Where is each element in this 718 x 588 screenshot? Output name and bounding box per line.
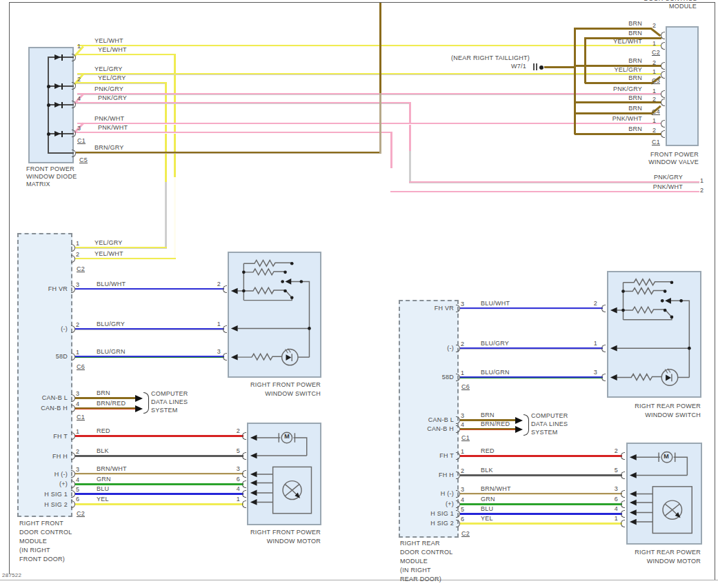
wire-blugry-r bbox=[460, 347, 603, 349]
wire-yelwht-mod bbox=[75, 258, 176, 260]
module-pin-label: H (-) bbox=[411, 490, 454, 498]
pin-number: 1 bbox=[76, 349, 79, 356]
pin-arc bbox=[72, 101, 76, 108]
pin-number: 2 bbox=[608, 447, 618, 455]
pin-arc bbox=[456, 520, 460, 527]
wire-color-label: YEL/GRY bbox=[98, 74, 126, 82]
wire-color-label: PNK/WHT bbox=[98, 124, 128, 132]
pin-arc bbox=[223, 285, 227, 293]
pin-number: 1 bbox=[700, 177, 704, 185]
pin-number: 6 bbox=[461, 516, 464, 523]
pin-arc bbox=[661, 120, 665, 128]
wire-yel-f bbox=[75, 503, 243, 505]
front-motor-name: RIGHT FRONT POWER WINDOW MOTOR bbox=[247, 528, 321, 546]
wiring-diagram: 287522 bbox=[0, 0, 718, 588]
pin-arc bbox=[242, 452, 246, 460]
diode-icon bbox=[54, 83, 61, 89]
can-brace-icon bbox=[143, 392, 149, 414]
name-line: RIGHT FRONT POWER bbox=[247, 381, 321, 389]
pin-arc bbox=[621, 452, 625, 460]
module-pin-label: CAN-B L bbox=[26, 394, 68, 402]
pin-number: 2 bbox=[77, 76, 81, 83]
wire-color-label: YEL/WHT bbox=[94, 37, 123, 45]
wire-color-label: BRN/GRY bbox=[94, 144, 124, 152]
wire-color-label: BRN bbox=[591, 125, 642, 133]
wire-brnred-can-f bbox=[75, 407, 136, 409]
wire-color-label: PNK/WHT bbox=[591, 115, 642, 123]
diode-matrix-name: FRONT POWER WINDOW DIODE MATRIX bbox=[26, 165, 77, 188]
pin-arc bbox=[71, 480, 75, 488]
module-pin-label: H SIG 1 bbox=[26, 491, 68, 498]
module-pin-label: CAN-B H bbox=[26, 405, 68, 412]
name-line: WINDOW MOTOR bbox=[628, 557, 701, 566]
pin-number: 1 bbox=[652, 40, 656, 48]
pin-number: 1 bbox=[461, 369, 464, 377]
ground-dot-icon bbox=[539, 65, 544, 70]
module-pin-label: H SIG 2 bbox=[26, 501, 68, 509]
diode-row bbox=[48, 57, 74, 58]
module-pin-label: 58D bbox=[411, 374, 454, 381]
front-switch-name: RIGHT FRONT POWER WINDOW SWITCH bbox=[247, 381, 321, 398]
pin-arc bbox=[71, 405, 75, 412]
wire-color-label: YEL bbox=[97, 496, 109, 503]
wire-color-label: GRN bbox=[481, 496, 495, 503]
pin-number: 1 bbox=[652, 88, 656, 95]
wire-brn-can-f bbox=[75, 397, 136, 399]
can-system-label: COMPUTER bbox=[151, 390, 188, 398]
can-arrow-icon bbox=[135, 405, 143, 412]
pin-number: 2 bbox=[461, 341, 464, 348]
wire-brngry-h bbox=[76, 152, 381, 154]
name-line: (IN RIGHT bbox=[19, 546, 72, 555]
wire-yelwht-vert bbox=[174, 54, 176, 260]
pin-arc bbox=[621, 510, 625, 518]
rear-motor-name: RIGHT REAR POWER WINDOW MOTOR bbox=[628, 548, 701, 566]
name-line: WINDOW MOTOR bbox=[247, 537, 321, 546]
wire-color-label: BLU/GRY bbox=[97, 321, 125, 328]
pin-number: 2 bbox=[652, 96, 656, 103]
pin-arc bbox=[223, 353, 227, 361]
pin-number: 2 bbox=[76, 448, 79, 456]
pin-number: 1 bbox=[588, 340, 597, 347]
wire-yelgry-lower bbox=[76, 82, 167, 84]
wire-pnkgry-lower bbox=[76, 102, 411, 104]
valve-name: FRONT POWER WINDOW VALVE bbox=[640, 151, 699, 166]
pin-number: 3 bbox=[461, 301, 464, 308]
pin-number: 2 bbox=[652, 127, 656, 134]
diode-row bbox=[48, 104, 74, 105]
pin-number: 1 bbox=[77, 43, 81, 50]
wire-pnkgry-vert bbox=[409, 102, 411, 183]
pin-arc bbox=[621, 520, 625, 527]
name-line: WINDOW VALVE bbox=[640, 159, 699, 166]
module-pin-label: FH VR bbox=[26, 285, 68, 293]
connector-label: C2 bbox=[652, 49, 660, 57]
diode-bar-icon bbox=[61, 54, 63, 61]
wire-brngry-vert bbox=[379, 3, 381, 154]
pin-arc bbox=[71, 255, 75, 263]
wire-color-label: YEL/WHT bbox=[98, 46, 127, 54]
module-pin-label: CAN-B H bbox=[411, 425, 454, 433]
module-pin-label: FH VR bbox=[411, 305, 454, 312]
pin-arc bbox=[72, 54, 76, 61]
pin-number: 5 bbox=[461, 506, 464, 514]
pin-arc bbox=[72, 130, 76, 137]
wire-blugrn-f bbox=[75, 356, 224, 358]
pin-number: 4 bbox=[76, 401, 79, 408]
pin-number: 2 bbox=[76, 251, 79, 258]
pin-arc bbox=[456, 510, 460, 518]
pin-arc bbox=[71, 244, 75, 252]
pin-number: 2 bbox=[230, 427, 240, 435]
diode-bar-icon bbox=[61, 131, 63, 137]
connector-label: C5 bbox=[79, 156, 88, 164]
wire-blugry-f bbox=[75, 328, 224, 330]
name-line: MODULE bbox=[631, 3, 697, 10]
junction-dot bbox=[47, 85, 50, 88]
wire-color-label: BRN bbox=[591, 20, 642, 28]
wire-color-label: BLK bbox=[481, 467, 493, 474]
pin-number: 2 bbox=[588, 300, 597, 307]
brn-bus-h6 bbox=[575, 112, 652, 114]
pin-arc bbox=[661, 42, 665, 50]
pin-arc bbox=[661, 99, 665, 106]
wire-color-label: BLU bbox=[97, 485, 109, 493]
pin-number: 1 bbox=[652, 68, 656, 76]
wire-color-label: YEL bbox=[481, 515, 493, 523]
